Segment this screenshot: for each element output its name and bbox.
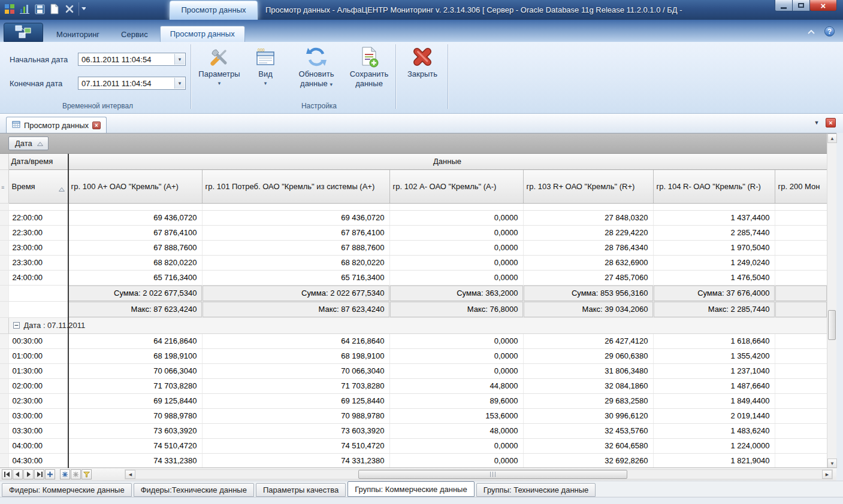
close-tab-icon[interactable]: × xyxy=(92,122,101,129)
value-cell[interactable]: 69 125,8440 xyxy=(202,393,389,408)
scroll-up-button[interactable]: ▲ xyxy=(827,133,837,143)
time-cell[interactable]: 00:30:00 xyxy=(8,333,68,348)
value-cell[interactable]: 1 249,0240 xyxy=(653,255,775,270)
star-button[interactable] xyxy=(60,469,70,479)
value-cell[interactable]: 0,0000 xyxy=(389,333,523,348)
first-button[interactable] xyxy=(2,469,12,479)
scroll-right-button[interactable]: ▶ xyxy=(822,470,832,479)
value-cell[interactable]: 0,0000 xyxy=(389,270,523,285)
value-cell[interactable] xyxy=(775,270,827,285)
save-icon[interactable] xyxy=(34,2,46,16)
value-cell[interactable]: 0,0000 xyxy=(389,210,523,225)
value-cell[interactable]: 0,0000 xyxy=(389,348,523,363)
value-cell[interactable]: 64 216,8640 xyxy=(68,333,202,348)
value-cell[interactable]: 0,0000 xyxy=(389,225,523,240)
document-list-dropdown[interactable]: ▼ xyxy=(812,118,821,127)
value-cell[interactable]: 68 198,9100 xyxy=(202,348,389,363)
value-cell[interactable] xyxy=(775,438,827,453)
value-cell[interactable]: 153,6000 xyxy=(389,408,523,423)
value-cell[interactable]: 70 988,9780 xyxy=(202,408,389,423)
value-cell[interactable] xyxy=(775,453,827,468)
view-button[interactable]: 000 Вид ▾ xyxy=(249,45,282,87)
horizontal-scrollbar[interactable]: ◀ ▶ xyxy=(125,469,833,479)
value-cell[interactable]: 0,0000 xyxy=(389,453,523,468)
value-cell[interactable]: 71 703,8280 xyxy=(68,378,202,393)
scroll-left-button[interactable]: ◀ xyxy=(125,470,135,479)
scroll-down-button[interactable]: ▼ xyxy=(827,459,837,468)
value-cell[interactable]: 89,6000 xyxy=(389,393,523,408)
time-cell[interactable]: 24:00:00 xyxy=(8,270,68,285)
value-cell[interactable]: 30 996,6120 xyxy=(523,408,653,423)
value-cell[interactable]: 68 820,0220 xyxy=(68,255,202,270)
time-cell[interactable]: 22:30:00 xyxy=(8,225,68,240)
value-cell[interactable] xyxy=(775,210,827,225)
data-band-header[interactable]: Данные xyxy=(68,154,827,169)
value-cell[interactable]: 1 224,0000 xyxy=(653,438,775,453)
value-cell[interactable]: 68 198,9100 xyxy=(68,348,202,363)
maximize-button[interactable] xyxy=(792,0,810,11)
time-cell[interactable]: 02:30:00 xyxy=(8,393,68,408)
value-cell[interactable] xyxy=(775,423,827,438)
group-by-panel[interactable]: Дата xyxy=(0,133,827,154)
time-cell[interactable]: 04:00:00 xyxy=(8,438,68,453)
bottom-tab[interactable]: Группы: Технические данные xyxy=(476,483,596,497)
value-cell[interactable]: 69 436,0720 xyxy=(202,210,389,225)
vertical-scrollbar[interactable]: ▲ ▼ xyxy=(827,133,836,468)
minimize-button[interactable] xyxy=(775,0,793,11)
value-cell[interactable]: 1 849,4400 xyxy=(653,393,775,408)
value-cell[interactable] xyxy=(775,225,827,240)
value-cell[interactable]: 27 848,0320 xyxy=(523,210,653,225)
ribbon-tab[interactable]: Сервис xyxy=(111,28,158,42)
value-cell[interactable]: 32 692,8260 xyxy=(523,453,653,468)
vertical-scroll-thumb[interactable] xyxy=(828,310,836,340)
value-cell[interactable]: 65 716,3400 xyxy=(202,270,389,285)
value-cell[interactable]: 69 125,8440 xyxy=(68,393,202,408)
value-cell[interactable]: 26 427,4120 xyxy=(523,333,653,348)
column-header[interactable]: гр. 103 R+ ОАО "Кремль" (R+) xyxy=(523,169,653,203)
help-button[interactable]: ? xyxy=(824,26,835,37)
value-cell[interactable] xyxy=(775,378,827,393)
bottom-tab[interactable]: Группы: Коммерческие данные xyxy=(348,481,474,497)
value-cell[interactable]: 70 066,3040 xyxy=(202,363,389,378)
value-cell[interactable]: 1 437,4400 xyxy=(653,210,775,225)
time-cell[interactable]: 01:30:00 xyxy=(8,363,68,378)
group-header-cell[interactable]: Дата : 07.11.2011 xyxy=(8,317,827,333)
value-cell[interactable]: 67 888,7600 xyxy=(68,240,202,255)
ribbon-tab[interactable]: Мониторинг xyxy=(47,28,109,42)
time-cell[interactable]: 03:30:00 xyxy=(8,423,68,438)
value-cell[interactable]: 29 060,6380 xyxy=(523,348,653,363)
value-cell[interactable] xyxy=(775,363,827,378)
ribbon-collapse-button[interactable] xyxy=(807,28,815,34)
value-cell[interactable]: 1 618,6640 xyxy=(653,333,775,348)
contextual-tab-glow[interactable]: Просмотр данных xyxy=(170,1,258,20)
value-cell[interactable]: 64 216,8640 xyxy=(202,333,389,348)
filter-button[interactable] xyxy=(81,469,92,479)
close-window-button[interactable]: × xyxy=(809,0,837,11)
value-cell[interactable]: 74 331,2380 xyxy=(68,453,202,468)
value-cell[interactable]: 65 716,3400 xyxy=(68,270,202,285)
value-cell[interactable]: 0,0000 xyxy=(389,255,523,270)
value-cell[interactable]: 1 355,4200 xyxy=(653,348,775,363)
value-cell[interactable] xyxy=(775,408,827,423)
column-header[interactable]: гр. 200 Мон xyxy=(775,169,827,203)
value-cell[interactable]: 1 483,6240 xyxy=(653,423,775,438)
document-icon[interactable] xyxy=(49,2,61,16)
prev-button[interactable] xyxy=(13,469,23,479)
value-cell[interactable] xyxy=(775,393,827,408)
value-cell[interactable]: 73 603,3920 xyxy=(202,423,389,438)
value-cell[interactable]: 32 604,6580 xyxy=(523,438,653,453)
ribbon-tab[interactable]: Просмотр данных xyxy=(160,26,245,42)
value-cell[interactable]: 67 888,7600 xyxy=(202,240,389,255)
collapse-icon[interactable] xyxy=(13,321,20,330)
value-cell[interactable]: 1 487,6640 xyxy=(653,378,775,393)
last-button[interactable] xyxy=(34,469,44,479)
time-column-header[interactable]: Время xyxy=(8,169,68,203)
time-cell[interactable]: 23:30:00 xyxy=(8,255,68,270)
value-cell[interactable]: 29 683,2580 xyxy=(523,393,653,408)
column-header[interactable]: гр. 101 Потреб. ОАО "Кремль" из системы … xyxy=(202,169,389,203)
chevron-down-icon[interactable]: ▾ xyxy=(174,54,185,65)
start-date-input[interactable]: 06.11.2011 11:04:54 ▾ xyxy=(78,53,186,66)
value-cell[interactable]: 1 821,9040 xyxy=(653,453,775,468)
end-date-input[interactable]: 07.11.2011 11:04:54 ▾ xyxy=(78,77,186,90)
value-cell[interactable]: 67 876,4100 xyxy=(68,225,202,240)
